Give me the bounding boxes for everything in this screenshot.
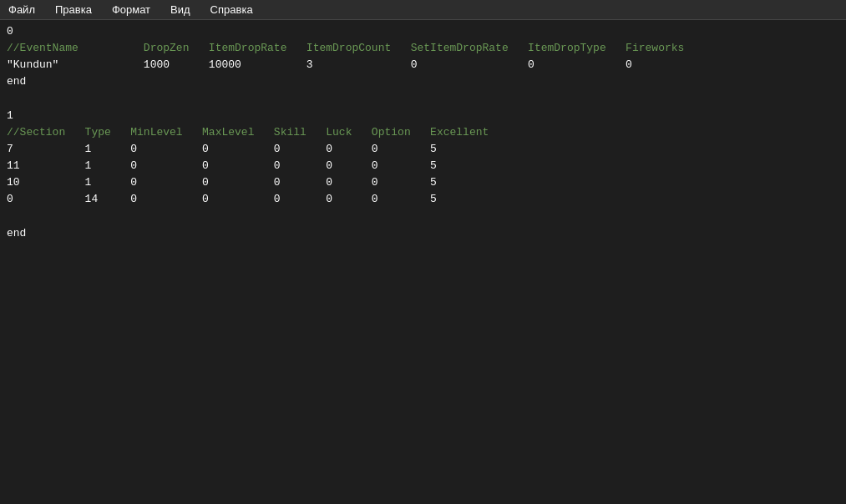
- menu-edit[interactable]: Правка: [52, 3, 95, 17]
- menu-format[interactable]: Формат: [109, 3, 154, 17]
- menu-view[interactable]: Вид: [167, 3, 194, 17]
- menu-bar: Файл Правка Формат Вид Справка: [0, 0, 846, 20]
- menu-help[interactable]: Справка: [207, 3, 256, 17]
- menu-file[interactable]: Файл: [5, 3, 38, 17]
- editor-area: 0 //EventName DropZen ItemDropRate ItemD…: [0, 20, 846, 504]
- text-editor[interactable]: 0 //EventName DropZen ItemDropRate ItemD…: [0, 20, 846, 504]
